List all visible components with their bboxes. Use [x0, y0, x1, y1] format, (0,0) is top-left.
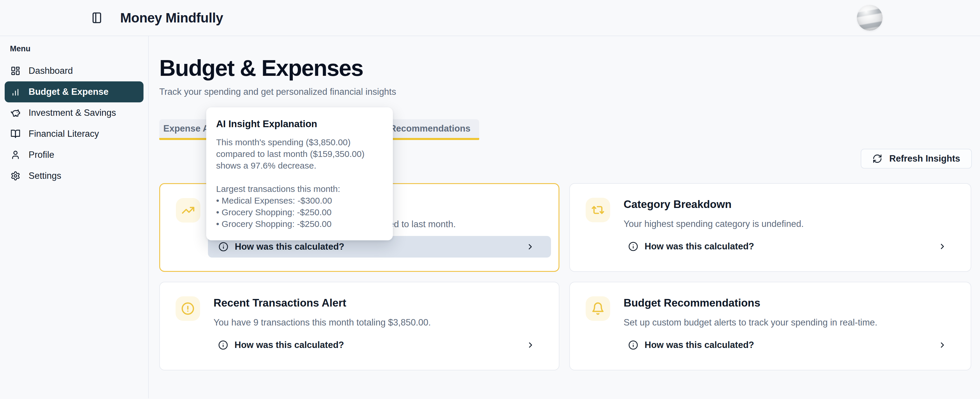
tooltip-title: AI Insight Explanation — [216, 118, 383, 129]
sidebar-item-label: Budget & Expense — [29, 87, 108, 97]
sidebar-item-dashboard[interactable]: Dashboard — [5, 60, 143, 81]
tooltip-paragraph: This month's spending ($3,850.00) compar… — [216, 137, 383, 172]
card-description: Your highest spending category is undefi… — [624, 219, 944, 229]
ai-insight-tooltip: AI Insight Explanation This month's spen… — [206, 107, 393, 240]
tooltip-line: Largest transactions this month: — [216, 183, 383, 195]
sidebar-item-settings[interactable]: Settings — [5, 165, 143, 186]
card-description: You have 9 transactions this month total… — [213, 317, 535, 328]
app-title: Money Mindfully — [120, 10, 223, 25]
sidebar-item-financial-literacy[interactable]: Financial Literacy — [5, 123, 143, 145]
bell-icon — [585, 296, 610, 321]
sidebar-item-label: Dashboard — [29, 66, 73, 76]
card-description: Set up custom budget alerts to track you… — [624, 317, 944, 328]
refresh-insights-label: Refresh Insights — [889, 153, 960, 164]
card-category-breakdown: Category Breakdown Your highest spending… — [570, 183, 971, 272]
chevron-right-icon — [938, 242, 947, 251]
sidebar-item-label: Profile — [29, 149, 54, 160]
trending-up-icon — [176, 198, 200, 223]
how-calculated-row[interactable]: How was this calculated? — [208, 334, 551, 356]
sidebar-item-investment-savings[interactable]: Investment & Savings — [5, 102, 143, 123]
user-icon — [11, 149, 21, 160]
sidebar-nav: Dashboard Budget & Expense Investme — [5, 60, 143, 186]
sidebar-item-label: Investment & Savings — [29, 108, 116, 118]
how-calculated-label: How was this calculated? — [644, 241, 754, 252]
app-header: Money Mindfully — [0, 0, 980, 36]
main-content: Budget & Expenses Track your spending an… — [149, 36, 980, 398]
card-recent-transactions-alert: Recent Transactions Alert You have 9 tra… — [159, 282, 559, 370]
chevron-right-icon — [526, 341, 535, 350]
chevron-right-icon — [526, 242, 535, 251]
sidebar-item-label: Settings — [29, 171, 61, 181]
page-subtitle: Track your spending and get personalized… — [159, 87, 972, 97]
how-calculated-row[interactable]: How was this calculated? — [618, 334, 963, 356]
info-icon — [628, 242, 638, 251]
card-title: Budget Recommendations — [624, 297, 760, 309]
card-title: Category Breakdown — [624, 198, 732, 211]
repeat-icon — [585, 198, 610, 222]
sidebar-menu-label: Menu — [10, 45, 143, 53]
book-open-icon — [11, 129, 21, 139]
card-budget-recommendations: Budget Recommendations Set up custom bud… — [570, 282, 971, 370]
tooltip-line: • Medical Expenses: -$300.00 — [216, 195, 383, 207]
piggy-bank-icon — [11, 108, 21, 118]
refresh-icon — [872, 154, 882, 164]
alert-circle-icon — [176, 296, 200, 321]
sidebar: Menu Dashboard Budget & Expense — [0, 36, 149, 398]
sidebar-item-budget-expense[interactable]: Budget & Expense — [5, 81, 143, 102]
panel-left-icon — [91, 11, 103, 24]
sidebar-toggle-button[interactable] — [89, 10, 105, 26]
sidebar-item-label: Financial Literacy — [29, 129, 99, 139]
card-title: Recent Transactions Alert — [213, 297, 346, 309]
bar-chart-icon — [11, 87, 21, 97]
info-icon — [218, 242, 228, 252]
how-calculated-label: How was this calculated? — [235, 242, 344, 252]
gear-icon — [11, 171, 21, 181]
refresh-insights-button[interactable]: Refresh Insights — [861, 149, 972, 169]
info-icon — [218, 340, 228, 350]
page-title: Budget & Expenses — [159, 55, 972, 81]
how-calculated-label: How was this calculated? — [234, 340, 344, 350]
chevron-right-icon — [938, 341, 947, 350]
tooltip-line: • Grocery Shopping: -$250.00 — [216, 207, 383, 218]
dashboard-icon — [11, 66, 21, 76]
info-icon — [628, 340, 638, 350]
how-calculated-row[interactable]: How was this calculated? — [618, 236, 963, 257]
sidebar-item-profile[interactable]: Profile — [5, 145, 143, 165]
how-calculated-label: How was this calculated? — [644, 340, 754, 350]
tooltip-line: • Grocery Shopping: -$250.00 — [216, 218, 383, 230]
avatar[interactable] — [857, 5, 883, 31]
